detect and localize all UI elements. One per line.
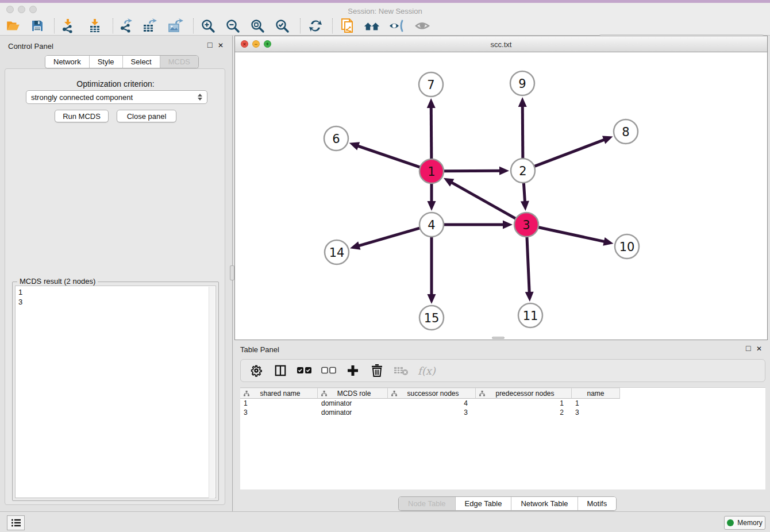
zoom-fit-icon[interactable]	[249, 18, 266, 34]
graph-edge[interactable]	[518, 97, 527, 159]
add-column-icon[interactable]	[345, 363, 360, 378]
zoom-selected-icon[interactable]	[274, 18, 291, 34]
zoom-in-icon[interactable]	[199, 18, 217, 34]
task-history-button[interactable]	[7, 515, 25, 530]
table-cell[interactable]: 3	[572, 408, 620, 417]
export-network-icon[interactable]	[117, 18, 134, 34]
graph-edge[interactable]	[521, 183, 529, 211]
graph-edge[interactable]	[538, 227, 614, 245]
svg-text:1: 1	[428, 165, 435, 179]
table-cell[interactable]: 1	[476, 399, 572, 408]
graph-node-7[interactable]: 7	[419, 72, 443, 97]
criterion-selected-value: strongly connected component	[31, 93, 198, 102]
graph-edge[interactable]	[444, 221, 513, 229]
titlebar: Session: New Session	[0, 3, 770, 16]
import-network-icon[interactable]	[59, 18, 76, 34]
graph-edge[interactable]	[444, 167, 509, 175]
float-panel-icon[interactable]: □	[207, 41, 212, 48]
tab-network[interactable]: Network	[45, 56, 90, 68]
graph-node-9[interactable]: 9	[510, 71, 534, 95]
table-cell[interactable]: 4	[388, 399, 476, 408]
float-table-panel-icon[interactable]: □	[746, 345, 750, 352]
graph-edge[interactable]	[428, 183, 436, 211]
table-cell[interactable]: 2	[476, 408, 572, 417]
graph-edge[interactable]	[525, 237, 534, 302]
open-session-icon[interactable]	[5, 18, 22, 34]
graph-edge[interactable]	[427, 98, 436, 159]
memory-button-label: Memory	[737, 519, 762, 527]
criterion-select[interactable]: strongly connected component	[26, 90, 207, 104]
column-header-shared-name[interactable]: shared name	[240, 388, 318, 399]
column-header-successor-nodes[interactable]: successor nodes	[388, 388, 476, 399]
table-cell[interactable]: 3	[240, 408, 318, 417]
graph-edge[interactable]	[534, 136, 613, 167]
close-table-panel-icon[interactable]: ✕	[756, 345, 762, 352]
graph-edge[interactable]	[350, 228, 420, 250]
delete-column-icon[interactable]	[369, 363, 384, 378]
refresh-icon[interactable]	[307, 18, 324, 34]
graph-edge[interactable]	[444, 178, 516, 219]
toolbar-separator	[54, 18, 55, 33]
table-tab-node-table[interactable]: Node Table	[399, 497, 456, 510]
table-tab-motifs[interactable]: Motifs	[578, 497, 617, 510]
table-settings-icon[interactable]	[249, 363, 264, 378]
close-panel-icon[interactable]: ✕	[218, 42, 224, 49]
memory-button[interactable]: Memory	[724, 516, 765, 530]
svg-text:9: 9	[518, 77, 526, 91]
tab-style[interactable]: Style	[90, 56, 123, 68]
network-graph[interactable]: 7968124314101511	[235, 52, 767, 340]
graph-node-4[interactable]: 4	[419, 213, 444, 237]
table-cell[interactable]: dominator	[318, 408, 388, 417]
network-window-titlebar[interactable]: × − + scc.txt	[235, 36, 767, 52]
save-session-icon[interactable]	[29, 18, 46, 34]
run-mcds-button[interactable]: Run MCDS	[55, 110, 109, 122]
column-header-name[interactable]: name	[572, 388, 620, 399]
tab-select[interactable]: Select	[123, 56, 160, 68]
graph-node-6[interactable]: 6	[324, 126, 348, 151]
clone-network-icon[interactable]	[339, 18, 356, 34]
table-cell[interactable]: 1	[240, 399, 318, 408]
export-image-icon[interactable]	[167, 18, 184, 34]
graph-node-15[interactable]: 15	[419, 306, 444, 330]
network-window-resize-handle[interactable]	[492, 337, 505, 339]
task-list-icon	[11, 518, 21, 527]
graph-node-2[interactable]: 2	[511, 159, 535, 183]
panel-splitter-handle[interactable]	[230, 265, 234, 280]
optimization-criterion-label: Optimization criterion:	[5, 79, 226, 88]
graph-edge[interactable]	[428, 237, 436, 304]
table-cell[interactable]: 1	[572, 399, 620, 408]
show-all-icon[interactable]	[414, 18, 431, 34]
table-tab-network-table[interactable]: Network Table	[511, 497, 578, 510]
first-neighbors-icon[interactable]	[363, 18, 380, 34]
mcds-result-textarea[interactable]: 1 3	[15, 286, 216, 498]
close-panel-button[interactable]: Close panel	[117, 110, 176, 122]
table-body: 1dominator4113dominator323	[240, 399, 765, 417]
graph-edge[interactable]	[349, 142, 420, 167]
graph-node-11[interactable]: 11	[518, 303, 542, 327]
export-table-icon[interactable]	[141, 18, 159, 34]
deselect-all-checks-icon[interactable]	[321, 363, 336, 378]
tab-mcds[interactable]: MCDS	[160, 56, 198, 68]
table-row[interactable]: 1dominator411	[240, 399, 765, 408]
zoom-out-icon[interactable]	[224, 18, 241, 34]
column-header-predecessor-nodes[interactable]: predecessor nodes	[476, 388, 572, 399]
column-header-MCDS-role[interactable]: MCDS role	[318, 388, 388, 399]
graph-node-8[interactable]: 8	[614, 119, 638, 144]
network-window-title: scc.txt	[235, 40, 767, 49]
graph-node-3[interactable]: 3	[514, 213, 538, 237]
graph-node-14[interactable]: 14	[325, 240, 349, 264]
graph-node-1[interactable]: 1	[419, 159, 444, 183]
table-cell[interactable]: 3	[388, 408, 476, 417]
table-row[interactable]: 3dominator323	[240, 408, 765, 417]
function-builder-icon[interactable]: f(x)	[418, 365, 436, 377]
hide-selected-icon[interactable]	[388, 18, 406, 34]
result-scrollbar[interactable]	[209, 287, 215, 498]
table-tab-edge-table[interactable]: Edge Table	[456, 497, 512, 510]
import-table-icon[interactable]	[86, 18, 103, 34]
column-visibility-icon[interactable]	[273, 363, 288, 378]
select-all-checks-icon[interactable]	[297, 363, 312, 378]
svg-text:2: 2	[519, 164, 526, 178]
table-cell[interactable]: dominator	[318, 399, 388, 408]
delete-table-icon[interactable]	[394, 363, 409, 378]
graph-node-10[interactable]: 10	[615, 234, 639, 259]
